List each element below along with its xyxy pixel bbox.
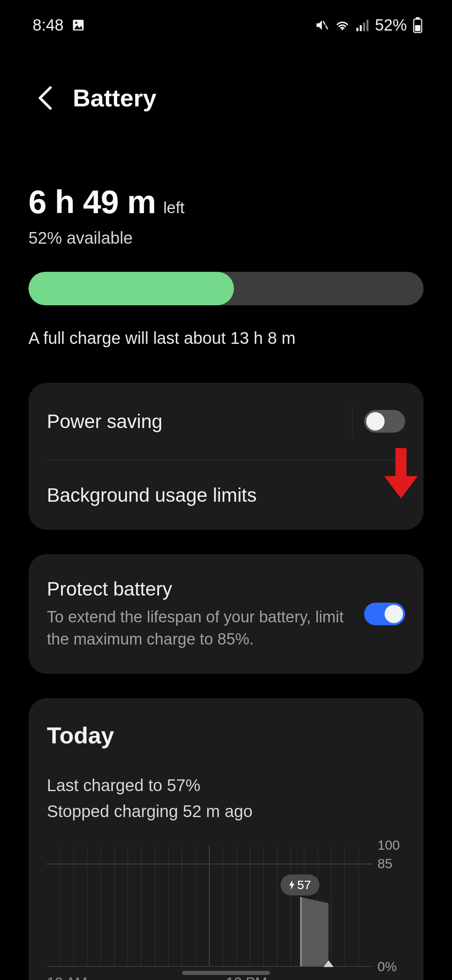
svg-rect-7: [363, 23, 365, 31]
cell-signal-icon: [356, 18, 369, 32]
chart-charge-badge: 57: [280, 874, 319, 895]
annotation-arrow-icon: [384, 448, 418, 498]
stopped-charging-line: Stopped charging 52 m ago: [47, 798, 405, 824]
svg-rect-9: [416, 17, 420, 19]
ytick-0: 0%: [378, 959, 397, 975]
svg-rect-13: [396, 448, 407, 476]
svg-rect-11: [415, 25, 421, 31]
protect-battery-row[interactable]: Protect battery To extend the lifespan o…: [28, 554, 424, 674]
full-charge-estimate: A full charge will last about 13 h 8 m: [28, 329, 424, 348]
power-saving-toggle[interactable]: [364, 410, 405, 433]
gesture-nav-bar[interactable]: [182, 971, 270, 975]
svg-point-2: [75, 22, 77, 24]
last-charged-line: Last charged to 57%: [47, 772, 405, 798]
protect-battery-label: Protect battery: [47, 578, 356, 600]
today-card: Today Last charged to 57% Stopped chargi…: [28, 698, 424, 980]
power-saving-label: Power saving: [47, 410, 344, 433]
time-left-suffix: left: [163, 199, 185, 217]
battery-progress-fill: [28, 272, 234, 305]
page-title: Battery: [73, 84, 157, 112]
settings-card-1: Power saving Background usage limits: [28, 383, 424, 530]
bolt-icon: [289, 880, 295, 890]
chart-x-axis: 12 AM 12 PM: [47, 974, 405, 980]
chart-plot-area: 57: [47, 845, 372, 967]
background-limits-row[interactable]: Background usage limits: [28, 460, 424, 530]
status-bar: 8:48 52%: [0, 0, 452, 38]
back-button[interactable]: [33, 85, 58, 111]
battery-summary: 6 h 49 m left 52% available A full charg…: [28, 112, 424, 348]
picture-icon: [71, 18, 85, 32]
time-left-value: 6 h 49 m: [28, 183, 156, 221]
today-heading: Today: [47, 722, 405, 749]
ytick-85: 85: [378, 856, 393, 871]
row-divider: [352, 406, 352, 436]
statusbar-time: 8:48: [33, 16, 64, 34]
percent-available: 52% available: [28, 229, 424, 248]
svg-rect-5: [357, 28, 359, 31]
protect-battery-desc: To extend the lifespan of your battery, …: [47, 606, 356, 650]
battery-progress-bar: [28, 272, 424, 305]
power-saving-row[interactable]: Power saving: [28, 383, 424, 460]
protect-battery-toggle[interactable]: [364, 603, 405, 625]
chart-badge-value: 57: [297, 878, 311, 892]
mute-vibrate-icon: [315, 18, 329, 32]
svg-rect-6: [360, 25, 362, 31]
settings-card-2: Protect battery To extend the lifespan o…: [28, 554, 424, 674]
chart-usage-area: [300, 897, 329, 966]
background-limits-label: Background usage limits: [47, 484, 397, 506]
battery-chart[interactable]: 57 100 85 0% 12 AM 12 PM: [47, 845, 405, 980]
xtick-12pm: 12 PM: [226, 974, 405, 980]
xtick-12am: 12 AM: [47, 974, 226, 980]
chart-y-axis: 100 85 0%: [372, 845, 405, 967]
chart-now-indicator: [324, 960, 334, 967]
ytick-100: 100: [378, 838, 400, 853]
battery-icon: [413, 17, 423, 33]
page-header: Battery: [0, 38, 452, 112]
svg-rect-8: [367, 20, 369, 31]
chart-85-line: [47, 864, 372, 864]
chevron-left-icon: [37, 86, 53, 110]
wifi-icon: [335, 18, 350, 32]
svg-marker-12: [300, 897, 329, 966]
statusbar-battery-percent: 52%: [375, 16, 407, 34]
